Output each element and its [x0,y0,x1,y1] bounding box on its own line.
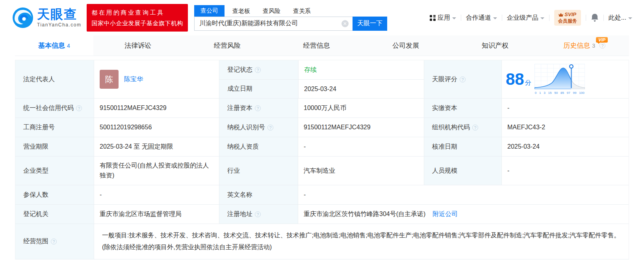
field-label-company-type: 企业类型 [15,157,94,185]
nav-partner-channel[interactable]: 合作通道 [466,14,497,22]
chevron-down-icon [452,17,456,19]
org-code-value: MAEFJC43-2 [501,118,629,137]
field-label-biz-term: 营业期限 [15,137,94,156]
insured-count-value: - [94,185,219,204]
field-label-credit-code: 统一社会信用代码 [15,99,94,118]
status-date-cells: 登记状态 存续 成立日期 2025-03-24 [219,60,424,98]
slogan-line1: 都在用的商业查询工具 [91,7,183,18]
legal-rep-cell: 陈 陈宝华 [94,60,219,98]
help-icon[interactable] [76,105,82,111]
tab-label: 经营风险 [214,41,241,50]
tab-label: 经营信息 [303,41,330,50]
tab-legal-proceedings[interactable]: 法律诉讼 [93,35,183,56]
paid-capital-value: - [501,99,629,118]
field-label-industry: 行业 [219,157,298,185]
score-unit: 分 [525,79,531,86]
field-label-taxpayer-quality: 纳税人资质 [219,137,298,156]
help-icon[interactable] [460,76,466,82]
chevron-down-icon [493,17,497,19]
field-label-biz-scope: 经营范围 [15,224,94,259]
taxpayer-id-value: 91500112MAEFJC4329 [298,118,424,137]
divider [603,15,604,21]
table-row: 企业类型 有限责任公司(自然人投资或控股的法人独资) 行业 汽车制造业 人员规模… [15,157,629,185]
search-tab-relation[interactable]: 查关系 [288,6,316,17]
chevron-down-icon [540,17,544,19]
vip-badge: VIP [596,37,608,43]
tab-count: 3 [592,43,595,49]
field-label-score: 天眼评分 [424,60,501,98]
field-label-english-name: 英文名称 [219,185,298,204]
field-label-taxpayer-id: 纳税人识别号 [219,118,298,137]
field-label-reg-status: 登记状态 [219,60,298,79]
help-icon[interactable] [267,125,273,131]
field-label-legal-rep: 法定代表人 [15,60,94,98]
field-label-insured-count: 参保人数 [15,185,94,204]
divider [502,15,502,21]
tab-operating-risk[interactable]: 经营风险 [183,35,272,56]
divider [461,15,461,21]
tab-history-info[interactable]: 历史信息 3 VIP [540,35,629,56]
search-tab-risk[interactable]: 查风险 [258,6,285,17]
svip-label: SVIP [564,11,576,18]
tab-business-info[interactable]: 经营信息 [272,35,361,56]
field-label-approval-date: 核准日期 [424,137,501,156]
nearby-companies-link[interactable]: 附近公司 [432,210,458,218]
help-icon[interactable] [472,125,478,131]
tab-basic-info[interactable]: 基本信息 4 [15,35,93,56]
avatar[interactable]: 陈 [100,70,119,89]
search-tab-boss[interactable]: 查老板 [228,6,255,17]
table-row: 营业期限 2025-03-24 至 无固定期限 纳税人资质 - 核准日期 202… [15,137,629,157]
field-label-reg-address: 注册地址 [219,205,298,224]
english-name-value: - [298,185,629,204]
taxpayer-quality-value: - [298,137,424,156]
tab-label: 法律诉讼 [124,41,151,50]
help-icon[interactable] [255,211,261,217]
brand-domain: TianYanCha.com [37,22,81,28]
user-menu[interactable]: 此处... [609,14,632,22]
nav-enterprise-label: 企业级产品 [507,14,538,22]
reg-authority-value: 重庆市渝北区市场监督管理局 [94,205,219,224]
svip-service-label: 会员服务 [558,18,577,24]
nav-enterprise-products[interactable]: 企业级产品 [507,14,544,22]
industry-value: 汽车制造业 [298,157,424,185]
crown-icon [559,13,563,17]
nav-apps-label: 应用 [438,14,450,22]
brand-slogan: 都在用的商业查询工具 国家中小企业发展子基金旗下机构 [87,4,188,32]
legal-rep-link[interactable]: 陈宝华 [124,75,143,84]
field-label-reg-authority: 登记机关 [15,205,94,224]
help-icon[interactable] [255,105,261,111]
field-label-est-date: 成立日期 [219,80,298,98]
nav-apps[interactable]: 应用 [430,14,456,22]
divider [549,15,549,21]
search-input[interactable] [194,17,353,31]
clear-search-icon[interactable] [341,20,349,27]
tianyan-score-cell[interactable]: 88分 [501,60,629,98]
help-icon[interactable] [51,239,57,244]
staff-size-value: - [501,157,629,185]
tianyancha-eye-icon [12,7,34,29]
help-icon[interactable] [599,43,605,48]
apps-grid-icon [430,15,436,21]
biz-term-value: 2025-03-24 至 无固定期限 [94,137,219,156]
basic-info-table: 法定代表人 陈 陈宝华 登记状态 存续 成立日期 2025-03-24 [15,60,629,259]
credit-code-value: 91500112MAEFJC4329 [94,99,219,118]
search-button[interactable]: 天眼一下 [353,17,387,31]
score-value: 88 [506,70,524,88]
search-tab-company[interactable]: 查公司 [194,5,225,17]
notification-bell-icon[interactable] [591,13,599,22]
score-distribution-chart: 0131550859799100 [535,64,585,95]
brand-name: 天眼查 [37,8,81,21]
chevron-down-icon [628,17,632,19]
section-tabbar: 基本信息 4 法律诉讼 经营风险 经营信息 公司发展 知识产权 历史信息 3 V… [15,35,629,56]
tab-company-development[interactable]: 公司发展 [361,35,451,56]
score-marker [570,65,573,68]
tab-intellectual-property[interactable]: 知识产权 [451,35,540,56]
nav-partner-label: 合作通道 [466,14,491,22]
brand-logo[interactable]: 天眼查 TianYanCha.com [12,7,81,29]
score-axis-ticks: 0131550859799100 [535,91,585,95]
slogan-line2: 国家中小企业发展子基金旗下机构 [91,18,183,28]
reg-address-value: 重庆市渝北区茨竹镇竹峰路304号(自主承诺) 附近公司 [298,205,629,224]
svip-member-badge[interactable]: SVIP 会员服务 [554,10,581,25]
field-label-reg-capital: 注册资本 [219,99,298,118]
help-icon[interactable] [255,67,261,73]
